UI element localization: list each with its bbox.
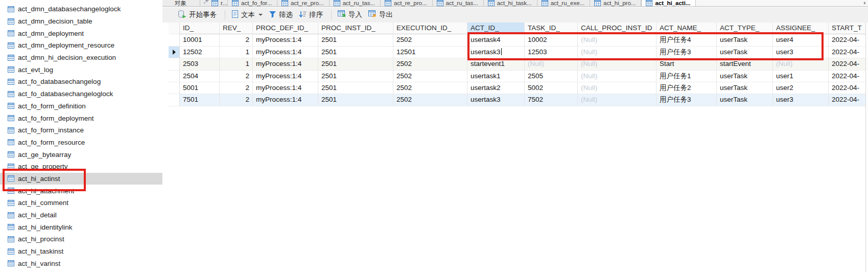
cell-START_T[interactable]: 2022-04-	[829, 71, 868, 82]
row-marker-cell[interactable]	[169, 82, 180, 94]
row-marker-cell[interactable]	[169, 58, 180, 70]
cell-PROC_DEF_ID_[interactable]: myProcess:1:4	[253, 34, 318, 46]
cell-START_T[interactable]: 2022-04-	[829, 58, 868, 70]
cell-ACT_NAME_[interactable]: 用户任务2	[656, 82, 717, 94]
sidebar-item-act_hi_attachment[interactable]: act_hi_attachment	[0, 185, 162, 197]
toolbar-button-导入[interactable]: 导入	[336, 9, 366, 21]
column-header-REV_[interactable]: REV_	[220, 22, 253, 34]
cell-PROC_INST_ID_[interactable]: 2501	[318, 94, 393, 106]
sidebar-item-act_ge_bytearray[interactable]: act_ge_bytearray	[0, 148, 162, 161]
cell-ACT_NAME_[interactable]: 用户任务4	[656, 34, 717, 46]
cell-EXECUTION_ID_[interactable]: 12501	[393, 47, 467, 58]
column-header-ACT_ID_[interactable]: ACT_ID_	[467, 22, 525, 34]
sidebar-item-act_hi_actinst[interactable]: act_hi_actinst	[0, 173, 162, 185]
toolbar-button-排序[interactable]: 排序	[297, 9, 327, 21]
tab-act_hi_pro[interactable]: act_hi_pro...	[590, 0, 641, 7]
cell-ID_[interactable]: 2504	[180, 71, 220, 82]
column-header-ID_[interactable]: ID_	[180, 22, 220, 34]
cell-CALL_PROC_INST_ID[interactable]: (Null)	[578, 47, 656, 58]
cell-ACT_TYPE_[interactable]: startEvent	[717, 58, 773, 70]
cell-START_T[interactable]: 2022-04-	[829, 47, 868, 58]
cell-START_T[interactable]: 2022-04-	[829, 34, 868, 46]
sidebar-item-act_dmn_decision_table[interactable]: act_dmn_decision_table	[0, 15, 162, 28]
cell-EXECUTION_ID_[interactable]: 2502	[393, 34, 467, 46]
sidebar-item-act_hi_procinst[interactable]: act_hi_procinst	[0, 233, 162, 245]
cell-ID_[interactable]: 2503	[180, 58, 220, 70]
cell-ACT_TYPE_[interactable]: userTask	[717, 71, 773, 82]
sidebar-item-act_dmn_databasechangeloglock[interactable]: act_dmn_databasechangeloglock	[0, 3, 162, 15]
sidebar-item-act_fo_databasechangelog[interactable]: act_fo_databasechangelog	[0, 76, 162, 88]
cell-EXECUTION_ID_[interactable]: 2502	[393, 94, 467, 106]
cell-PROC_INST_ID_[interactable]: 2501	[318, 58, 393, 70]
sidebar-item-act_fo_databasechangeloglock[interactable]: act_fo_databasechangeloglock	[0, 88, 162, 100]
cell-TASK_ID_[interactable]: 5002	[525, 82, 578, 94]
cell-CALL_PROC_INST_ID[interactable]: (Null)	[578, 34, 656, 46]
sidebar-item-act_fo_form_deployment[interactable]: act_fo_form_deployment	[0, 112, 162, 124]
grid-vertical-scrollbar[interactable]	[865, 22, 868, 272]
cell-ASSIGNEE_[interactable]: user3	[773, 94, 829, 106]
tab-对象[interactable]: 对象	[162, 0, 200, 7]
column-header-TASK_ID_[interactable]: TASK_ID_	[525, 22, 578, 34]
cell-PROC_DEF_ID_[interactable]: myProcess:1:4	[253, 58, 318, 70]
cell-ASSIGNEE_[interactable]: user3	[773, 47, 829, 58]
cell-REV_[interactable]: 2	[220, 94, 253, 106]
cell-REV_[interactable]: 1	[220, 58, 253, 70]
row-marker-cell[interactable]	[169, 94, 180, 106]
column-header-ACT_TYPE_[interactable]: ACT_TYPE_	[717, 22, 773, 34]
cell-ACT_NAME_[interactable]: 用户任务3	[656, 94, 717, 106]
sidebar-item-act_fo_form_instance[interactable]: act_fo_form_instance	[0, 124, 162, 137]
cell-TASK_ID_[interactable]: 12503	[525, 47, 578, 58]
cell-ACT_TYPE_[interactable]: userTask	[717, 47, 773, 58]
tab-act_ru_tas[interactable]: act_ru_tas...	[330, 0, 381, 7]
sidebar-item-act_hi_varinst[interactable]: act_hi_varinst	[0, 257, 162, 269]
column-header-ACT_NAME_[interactable]: ACT_NAME_	[656, 22, 717, 34]
cell-ID_[interactable]: 7501	[180, 94, 220, 106]
toolbar-button-筛选[interactable]: 筛选	[267, 9, 297, 21]
cell-PROC_DEF_ID_[interactable]: myProcess:1:4	[253, 82, 318, 94]
row-marker-cell[interactable]	[169, 34, 180, 46]
column-header-EXECUTION_ID_[interactable]: EXECUTION_ID_	[393, 22, 467, 34]
column-header-PROC_DEF_ID_[interactable]: PROC_DEF_ID_	[253, 22, 318, 34]
cell-ACT_NAME_[interactable]: 用户任务1	[656, 71, 717, 82]
cell-TASK_ID_[interactable]: 7502	[525, 94, 578, 106]
sidebar-item-act_hi_detail[interactable]: act_hi_detail	[0, 209, 162, 221]
column-header-ASSIGNEE_[interactable]: ASSIGNEE_	[773, 22, 829, 34]
cell-ASSIGNEE_[interactable]: (Null)	[773, 58, 829, 70]
sidebar-item-act_ge_property[interactable]: act_ge_property	[0, 161, 162, 173]
sidebar-item-act_evt_log[interactable]: act_evt_log	[0, 63, 162, 76]
tab-act_hi_task[interactable]: act_hi_task...	[484, 0, 537, 7]
cell-CALL_PROC_INST_ID[interactable]: (Null)	[578, 58, 656, 70]
toolbar-button-开始事务[interactable]: 开始事务	[176, 9, 221, 21]
cell-TASK_ID_[interactable]: 2505	[525, 71, 578, 82]
cell-REV_[interactable]: 2	[220, 71, 253, 82]
cell-TASK_ID_[interactable]: 10002	[525, 34, 578, 46]
dropdown-caret-icon[interactable]	[259, 14, 263, 16]
cell-EXECUTION_ID_[interactable]: 2502	[393, 71, 467, 82]
column-header-START_T[interactable]: START_T	[829, 22, 868, 34]
cell-PROC_DEF_ID_[interactable]: myProcess:1:4	[253, 47, 318, 58]
toolbar-button-文本[interactable]: 文本	[229, 9, 267, 21]
toolbar-button-导出[interactable]: 导出	[366, 9, 397, 21]
column-header-PROC_INST_ID_[interactable]: PROC_INST_ID_	[318, 22, 393, 34]
tab-act_hi_acti[interactable]: act_hi_acti...	[641, 0, 696, 7]
cell-EXECUTION_ID_[interactable]: 2502	[393, 82, 467, 94]
cell-CALL_PROC_INST_ID[interactable]: (Null)	[578, 82, 656, 94]
tab-act_ru_tas[interactable]: act_ru_tas...	[433, 0, 484, 7]
tab-act_fo_for[interactable]: act_fo_for...	[228, 0, 277, 7]
cell-PROC_INST_ID_[interactable]: 2501	[318, 71, 393, 82]
tab-act_re_pro[interactable]: act_re_pro...	[277, 0, 330, 7]
cell-REV_[interactable]: 2	[220, 82, 253, 94]
cell-ACT_NAME_[interactable]: 用户任务3	[656, 47, 717, 58]
tab-act_re_pro[interactable]: act_re_pro...	[381, 0, 433, 7]
cell-ACT_ID_[interactable]: usertask3	[467, 47, 525, 58]
sidebar-item-act_dmn_deployment[interactable]: act_dmn_deployment	[0, 27, 162, 39]
cell-EXECUTION_ID_[interactable]: 2502	[393, 58, 467, 70]
tab-pin-zone[interactable]	[200, 0, 213, 6]
cell-ACT_ID_[interactable]: usertask3	[467, 94, 525, 106]
sidebar-item-act_dmn_hi_decision_execution[interactable]: act_dmn_hi_decision_execution	[0, 52, 162, 64]
row-marker-cell[interactable]	[169, 47, 180, 58]
row-marker-cell[interactable]	[169, 71, 180, 82]
cell-START_T[interactable]: 2022-04-	[829, 82, 868, 94]
sidebar-item-act_hi_taskinst[interactable]: act_hi_taskinst	[0, 245, 162, 258]
cell-REV_[interactable]: 1	[220, 47, 253, 58]
